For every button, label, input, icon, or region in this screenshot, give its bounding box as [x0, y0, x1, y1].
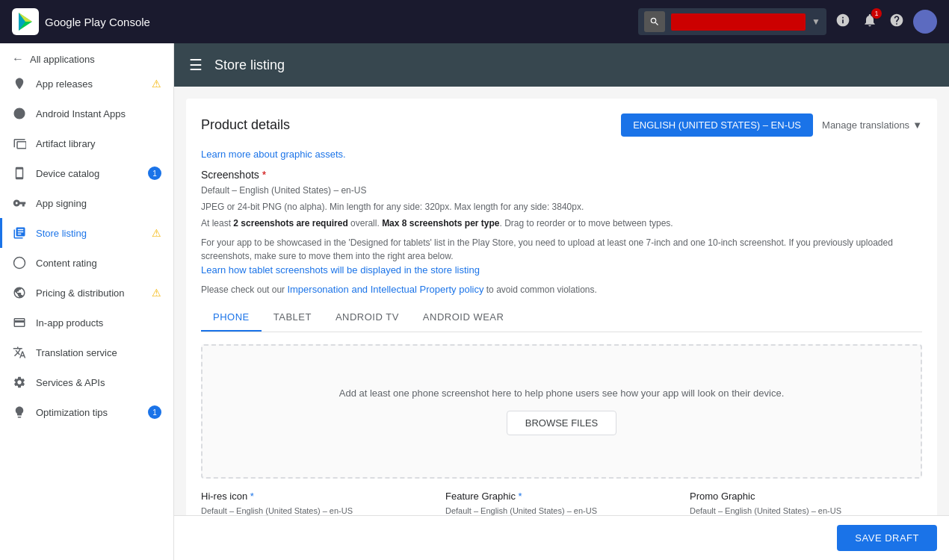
search-icon	[649, 16, 660, 27]
sidebar-item-optimization-tips[interactable]: Optimization tips 1	[0, 397, 173, 427]
optimization-tips-label: Optimization tips	[36, 407, 139, 418]
sidebar-item-app-releases[interactable]: App releases ⚠	[0, 69, 173, 99]
sidebar-item-translation-service[interactable]: Translation service	[0, 337, 173, 367]
section-title: Product details	[201, 117, 290, 133]
logo-text: Google Play Console	[45, 16, 150, 28]
header-right: ▼ 1	[198, 8, 937, 35]
page-title: Store listing	[214, 57, 285, 73]
device-catalog-label: Device catalog	[36, 168, 139, 179]
content-area: ☰ Store listing Product details ENGLISH …	[174, 43, 949, 560]
hi-res-icon-required-star: *	[247, 491, 254, 502]
app-releases-icon	[12, 76, 27, 91]
search-input[interactable]	[671, 13, 806, 31]
notification-badge: 1	[871, 8, 882, 19]
main-layout: ← All applications App releases ⚠ Androi…	[0, 43, 949, 560]
help-icon	[889, 13, 904, 28]
tab-phone[interactable]: PHONE	[201, 304, 262, 332]
feature-graphic-locale: Default – English (United States) – en-U…	[445, 505, 678, 516]
feature-graphic-title: Feature Graphic *	[445, 491, 678, 502]
manage-translations-arrow-icon: ▼	[912, 119, 922, 131]
browse-files-button[interactable]: BROWSE FILES	[507, 411, 617, 435]
search-icon-btn[interactable]	[644, 11, 665, 32]
help-icon-btn[interactable]	[886, 10, 907, 34]
back-nav[interactable]: ← All applications	[0, 43, 173, 69]
tab-android-wear[interactable]: ANDROID WEAR	[411, 304, 516, 332]
hi-res-icon-title: Hi-res icon *	[201, 491, 433, 502]
store-listing-label: Store listing	[36, 228, 143, 239]
pricing-distribution-warning-icon: ⚠	[152, 287, 161, 299]
screenshots-section: Screenshots * Default – English (United …	[201, 169, 922, 515]
translation-service-label: Translation service	[36, 347, 161, 358]
content-rating-icon	[12, 255, 27, 270]
play-store-logo-icon	[12, 8, 39, 35]
optimization-tips-icon	[12, 405, 27, 420]
app-releases-label: App releases	[36, 78, 143, 90]
policy-link[interactable]: Impersonation and Intellectual Property …	[287, 284, 483, 295]
pricing-distribution-icon	[12, 285, 27, 300]
feature-graphic-required-star: *	[516, 491, 522, 502]
sidebar-item-artifact-library[interactable]: Artifact library	[0, 128, 173, 158]
in-app-products-label: In-app products	[36, 317, 161, 329]
content-rating-label: Content rating	[36, 258, 161, 269]
sidebar-item-android-instant-apps[interactable]: Android Instant Apps	[0, 99, 173, 128]
screenshots-min-count: 2 screenshots are required	[233, 218, 347, 228]
manage-translations-button[interactable]: Manage translations ▼	[822, 119, 922, 131]
sidebar-item-in-app-products[interactable]: In-app products	[0, 308, 173, 337]
screenshots-default-locale: Default – English (United States) – en-U…	[201, 184, 922, 197]
tablet-link[interactable]: Learn how tablet screenshots will be dis…	[201, 264, 480, 276]
store-listing-icon	[12, 225, 27, 240]
learn-more-link[interactable]: Learn more about graphic assets.	[201, 149, 346, 160]
tab-android-tv[interactable]: ANDROID TV	[324, 304, 411, 332]
android-instant-apps-label: Android Instant Apps	[36, 108, 161, 119]
user-avatar[interactable]	[913, 10, 937, 34]
sidebar: ← All applications App releases ⚠ Androi…	[0, 43, 174, 560]
language-button[interactable]: ENGLISH (UNITED STATES) – EN-US	[621, 113, 813, 137]
scroll-content[interactable]: Product details ENGLISH (UNITED STATES) …	[174, 87, 949, 515]
translation-service-icon	[12, 345, 27, 360]
pricing-distribution-label: Pricing & distribution	[36, 287, 143, 299]
policy-notice: Please check out our Impersonation and I…	[201, 284, 922, 295]
save-draft-button[interactable]: SAVE DRAFT	[837, 525, 937, 551]
screenshots-count-info: At least 2 screenshots are required over…	[201, 217, 922, 230]
manage-translations-label: Manage translations	[822, 119, 909, 131]
sidebar-item-device-catalog[interactable]: Device catalog 1	[0, 158, 173, 188]
sidebar-item-services-apis[interactable]: Services & APIs	[0, 367, 173, 397]
sidebar-item-store-listing[interactable]: Store listing ⚠	[0, 218, 173, 248]
product-details-section: Product details ENGLISH (UNITED STATES) …	[186, 99, 937, 515]
screenshots-title: Screenshots *	[201, 169, 922, 181]
hi-res-icon-section: Hi-res icon * Default – English (United …	[201, 491, 433, 516]
artifact-library-label: Artifact library	[36, 138, 161, 149]
app-releases-warning-icon: ⚠	[152, 78, 161, 90]
sidebar-item-content-rating[interactable]: Content rating	[0, 248, 173, 278]
save-footer: SAVE DRAFT	[174, 515, 949, 560]
graphic-assets: Hi-res icon * Default – English (United …	[201, 491, 922, 516]
info-icon-btn[interactable]	[832, 10, 853, 34]
logo-area: Google Play Console	[12, 8, 186, 35]
store-listing-warning-icon: ⚠	[152, 227, 161, 239]
device-catalog-icon	[12, 166, 27, 181]
phone-screenshot-drop-zone[interactable]: Add at least one phone screenshot here t…	[201, 344, 922, 479]
device-catalog-badge: 1	[148, 167, 161, 180]
artifact-library-icon	[12, 136, 27, 151]
in-app-products-icon	[12, 315, 27, 330]
dropdown-arrow-icon[interactable]: ▼	[812, 16, 820, 27]
hi-res-icon-locale: Default – English (United States) – en-U…	[201, 505, 433, 516]
sidebar-item-pricing-distribution[interactable]: Pricing & distribution ⚠	[0, 278, 173, 308]
screenshots-required-star: *	[259, 169, 266, 181]
services-apis-label: Services & APIs	[36, 377, 161, 388]
promo-graphic-title: Promo Graphic	[690, 491, 922, 502]
promo-graphic-section: Promo Graphic Default – English (United …	[690, 491, 922, 516]
tab-tablet[interactable]: TABLET	[262, 304, 324, 332]
top-header: Google Play Console ▼ 1	[0, 0, 949, 43]
android-instant-apps-icon	[12, 106, 27, 121]
menu-toggle-button[interactable]: ☰	[189, 56, 203, 74]
promo-graphic-locale: Default – English (United States) – en-U…	[690, 505, 922, 516]
secondary-header: ☰ Store listing	[174, 43, 949, 87]
section-header: Product details ENGLISH (UNITED STATES) …	[201, 113, 922, 137]
tablet-notice: For your app to be showcased in the 'Des…	[201, 236, 922, 278]
optimization-tips-badge: 1	[148, 405, 161, 419]
screenshot-tabs: PHONE TABLET ANDROID TV ANDROID WEAR	[201, 304, 922, 332]
services-apis-icon	[12, 375, 27, 390]
sidebar-item-app-signing[interactable]: App signing	[0, 188, 173, 218]
notification-icon-btn[interactable]: 1	[859, 10, 880, 34]
